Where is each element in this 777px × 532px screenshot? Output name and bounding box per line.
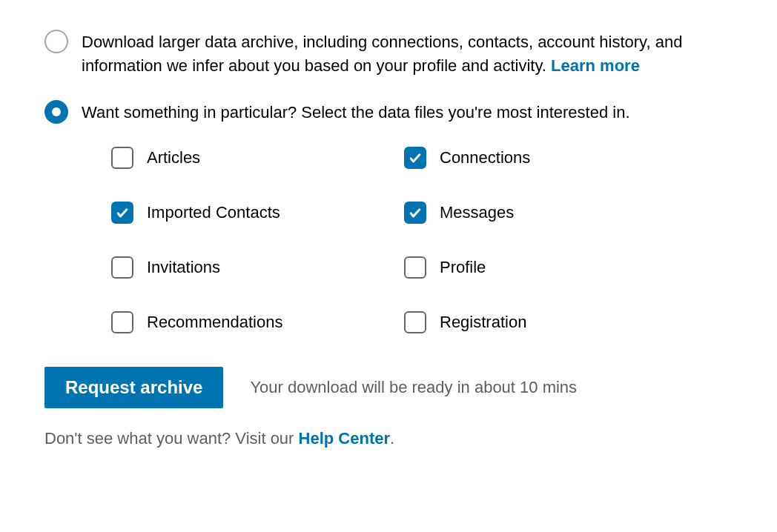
checkbox-label-articles: Articles — [147, 148, 200, 167]
checkbox-recommendations[interactable] — [111, 311, 133, 333]
check-icon — [115, 205, 130, 220]
radio-particular[interactable] — [44, 100, 68, 124]
check-icon — [408, 150, 423, 165]
checkbox-item-registration: Registration — [404, 311, 733, 333]
radio-label-larger-archive: Download larger data archive, including … — [82, 30, 733, 78]
request-archive-button[interactable]: Request archive — [44, 367, 223, 408]
checkbox-label-invitations: Invitations — [147, 258, 220, 277]
radio-option-particular: Want something in particular? Select the… — [44, 100, 733, 124]
help-row: Don't see what you want? Visit our Help … — [44, 429, 733, 448]
checkbox-label-connections: Connections — [440, 148, 530, 167]
checkbox-profile[interactable] — [404, 256, 426, 279]
checkbox-label-registration: Registration — [440, 313, 526, 332]
radio-larger-archive[interactable] — [44, 30, 68, 53]
download-status-text: Your download will be ready in about 10 … — [250, 378, 577, 397]
help-prefix: Don't see what you want? Visit our — [44, 429, 299, 448]
checkbox-item-invitations: Invitations — [111, 256, 404, 279]
checkbox-item-connections: Connections — [404, 147, 733, 169]
checkbox-articles[interactable] — [111, 147, 133, 169]
checkbox-item-profile: Profile — [404, 256, 733, 279]
learn-more-link[interactable]: Learn more — [551, 56, 640, 75]
checkbox-label-imported-contacts: Imported Contacts — [147, 203, 280, 222]
checkbox-connections[interactable] — [404, 147, 426, 169]
radio-option-larger-archive: Download larger data archive, including … — [44, 30, 733, 78]
check-icon — [408, 205, 423, 220]
radio-label-particular: Want something in particular? Select the… — [82, 100, 733, 124]
help-center-link[interactable]: Help Center — [299, 429, 390, 448]
checkbox-item-imported-contacts: Imported Contacts — [111, 202, 404, 224]
checkbox-messages[interactable] — [404, 202, 426, 224]
checkbox-invitations[interactable] — [111, 256, 133, 279]
checkbox-item-articles: Articles — [111, 147, 404, 169]
checkbox-grid: Articles Connections Imported Contacts M… — [111, 147, 733, 333]
checkbox-label-messages: Messages — [440, 203, 514, 222]
checkbox-item-messages: Messages — [404, 202, 733, 224]
action-row: Request archive Your download will be re… — [44, 367, 733, 408]
checkbox-label-recommendations: Recommendations — [147, 313, 282, 332]
checkbox-registration[interactable] — [404, 311, 426, 333]
checkbox-imported-contacts[interactable] — [111, 202, 133, 224]
checkbox-label-profile: Profile — [440, 258, 486, 277]
help-suffix: . — [390, 429, 394, 448]
checkbox-item-recommendations: Recommendations — [111, 311, 404, 333]
